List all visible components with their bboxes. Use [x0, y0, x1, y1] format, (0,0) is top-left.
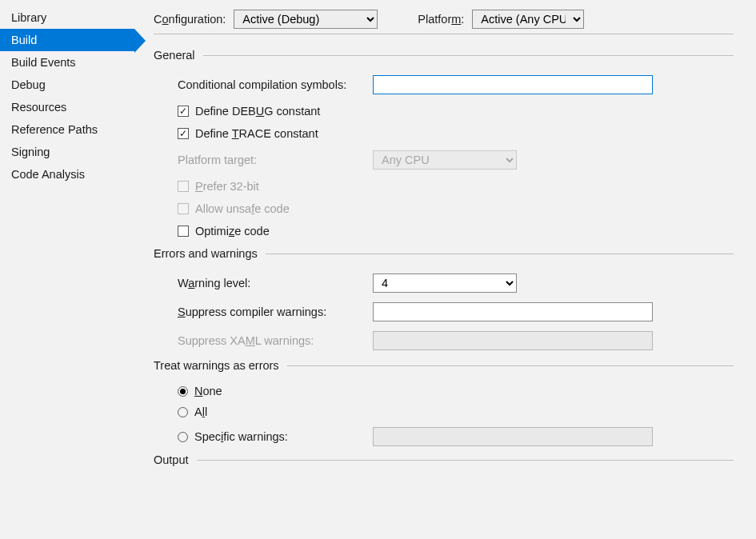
sidebar-item-label: Reference Paths: [11, 123, 98, 136]
checkbox-label: Optimize code: [195, 225, 270, 238]
platform-target-label: Platform target:: [178, 154, 373, 166]
treat-none-radio[interactable]: None: [178, 385, 734, 397]
suppress-xaml-label: Suppress XAML warnings:: [178, 334, 373, 347]
cond-symbols-label: Conditional compilation symbols:: [178, 78, 373, 91]
section-title: Errors and warnings: [154, 247, 258, 260]
checkbox-icon: [178, 203, 189, 214]
sidebar-item-label: Build Events: [11, 56, 76, 69]
sidebar: Library Build Build Events Debug Resourc…: [0, 0, 134, 539]
cond-symbols-input[interactable]: [373, 75, 653, 94]
radio-icon: [178, 386, 188, 397]
sidebar-item-label: Code Analysis: [11, 168, 85, 181]
prefer-32bit-checkbox: Prefer 32-bit: [178, 180, 734, 193]
sidebar-item-signing[interactable]: Signing: [0, 141, 134, 163]
suppress-warnings-input[interactable]: [373, 302, 653, 321]
section-title: Output: [154, 453, 189, 466]
checkbox-label: Allow unsafe code: [195, 202, 290, 215]
radio-label: Specific warnings:: [194, 430, 288, 443]
configuration-label: Configuration:: [154, 13, 226, 26]
platform-label: Platform:: [418, 13, 464, 26]
main-panel: Configuration: Active (Debug) Platform: …: [134, 0, 756, 539]
warning-level-label: Warning level:: [178, 277, 373, 289]
section-output: Output: [154, 453, 734, 466]
optimize-code-checkbox[interactable]: Optimize code: [178, 225, 734, 238]
sidebar-item-reference-paths[interactable]: Reference Paths: [0, 118, 134, 141]
specific-warnings-input: [373, 427, 653, 446]
radio-label: All: [194, 405, 207, 418]
suppress-warnings-label: Suppress compiler warnings:: [178, 305, 373, 318]
sidebar-item-code-analysis[interactable]: Code Analysis: [0, 163, 134, 186]
section-title: General: [154, 49, 195, 62]
checkbox-icon: [178, 106, 189, 117]
checkbox-icon: [178, 181, 189, 192]
radio-label: None: [194, 385, 222, 397]
sidebar-item-debug[interactable]: Debug: [0, 74, 134, 96]
section-general: General: [154, 49, 734, 62]
platform-target-select: Any CPU: [373, 150, 517, 170]
section-treat: Treat warnings as errors: [154, 359, 734, 372]
divider: [154, 34, 734, 34]
define-trace-checkbox[interactable]: Define TRACE constant: [178, 127, 734, 140]
radio-icon: [178, 407, 188, 417]
top-row: Configuration: Active (Debug) Platform: …: [154, 10, 734, 29]
platform-select[interactable]: Active (Any CPU): [472, 10, 584, 29]
treat-specific-radio[interactable]: [178, 432, 188, 442]
checkbox-label: Prefer 32-bit: [195, 180, 259, 193]
sidebar-item-library[interactable]: Library: [0, 6, 134, 29]
sidebar-item-label: Signing: [11, 146, 50, 158]
sidebar-item-build-events[interactable]: Build Events: [0, 51, 134, 74]
sidebar-item-label: Build: [11, 34, 37, 46]
define-debug-checkbox[interactable]: Define DEBUG constant: [178, 105, 734, 118]
section-title: Treat warnings as errors: [154, 359, 279, 372]
treat-all-radio[interactable]: All: [178, 405, 734, 418]
configuration-select[interactable]: Active (Debug): [234, 10, 378, 29]
sidebar-item-label: Debug: [11, 78, 46, 91]
checkbox-label: Define DEBUG constant: [195, 105, 320, 118]
allow-unsafe-checkbox: Allow unsafe code: [178, 202, 734, 215]
suppress-xaml-input: [373, 331, 653, 350]
sidebar-item-label: Resources: [11, 101, 66, 114]
section-errors: Errors and warnings: [154, 247, 734, 260]
checkbox-label: Define TRACE constant: [195, 127, 318, 140]
warning-level-select[interactable]: 4: [373, 273, 517, 293]
sidebar-item-build[interactable]: Build: [0, 29, 134, 51]
sidebar-item-label: Library: [11, 11, 46, 24]
checkbox-icon: [178, 226, 189, 237]
checkbox-icon: [178, 128, 189, 139]
sidebar-item-resources[interactable]: Resources: [0, 96, 134, 118]
